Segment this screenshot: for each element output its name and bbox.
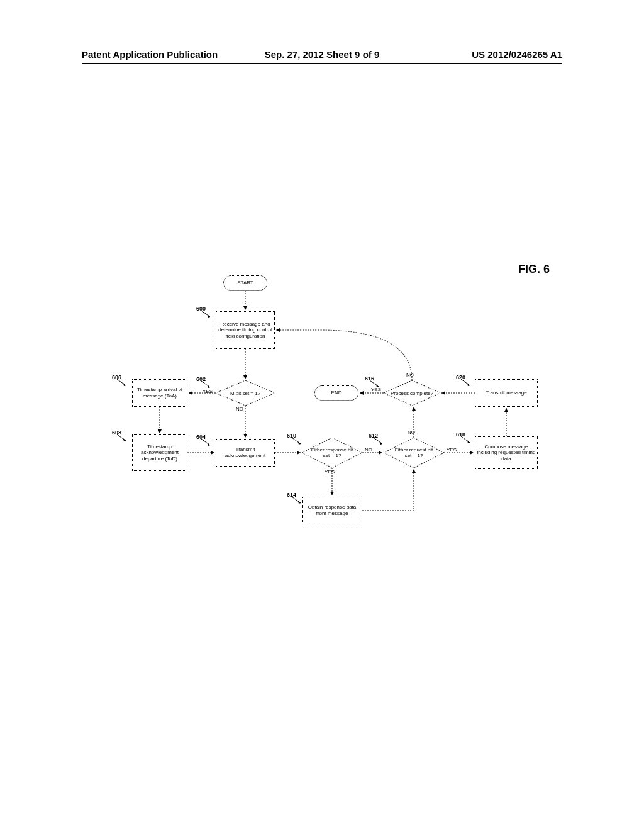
header-rule [82,63,562,64]
header-center: Sep. 27, 2012 Sheet 9 of 9 [265,49,380,60]
header-right: US 2012/0246265 A1 [472,49,562,60]
flowchart-arrows [101,270,566,547]
flowchart-diagram: START Receive message and determine timi… [101,270,566,547]
header-left: Patent Application Publication [82,49,218,60]
